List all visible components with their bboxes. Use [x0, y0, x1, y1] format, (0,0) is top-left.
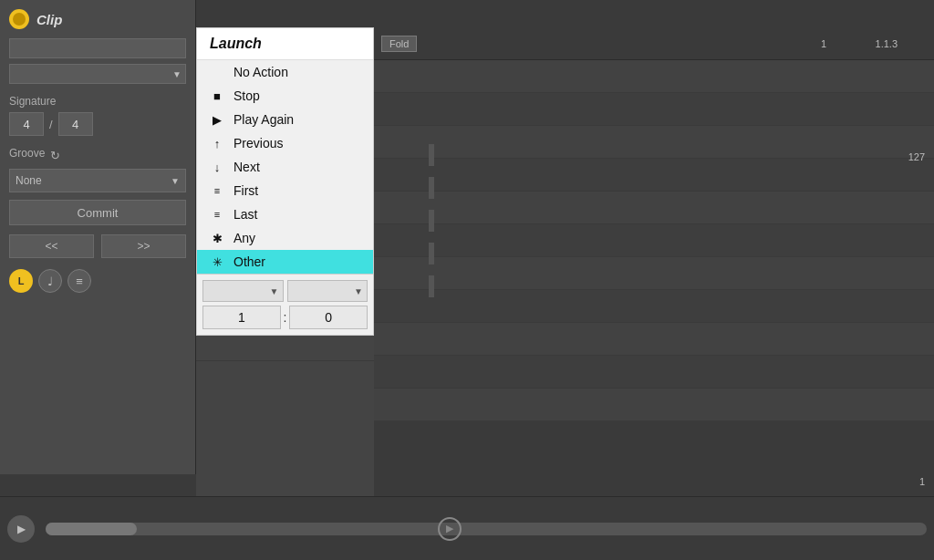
menu-label-no-action: No Action [234, 65, 288, 79]
menu-item-stop[interactable]: ■ Stop [197, 84, 373, 108]
commit-button[interactable]: Commit [9, 200, 186, 225]
note-col-3 [429, 210, 434, 232]
num-box-left[interactable]: 1 [202, 306, 281, 329]
launch-menu: Launch No Action ■ Stop ▶ Play Again ↑ P… [196, 27, 374, 336]
grid-row-8 [374, 323, 934, 356]
menu-label-play-again: Play Again [234, 112, 294, 127]
menu-item-other[interactable]: ✳ Other [197, 250, 373, 274]
menu-label-other: Other [234, 254, 265, 269]
envelope-icon-button[interactable]: ≡ [67, 269, 91, 293]
menu-label-next: Next [234, 160, 260, 174]
note-icon-button[interactable]: ♩ [38, 269, 62, 293]
num-box-right[interactable]: 0 [289, 306, 368, 329]
other-icon: ✳ [210, 255, 224, 269]
groove-section: Groove ↻ None ▼ Commit [9, 147, 186, 225]
menu-bottom-dropdowns: ▼ ▼ [202, 280, 368, 302]
groove-label: Groove [9, 147, 45, 160]
any-icon: ✱ [210, 232, 224, 245]
bottom-bar: ▶ ▶ [0, 496, 934, 560]
l-icon-button[interactable]: L [9, 269, 33, 293]
menu-label-last: Last [234, 207, 257, 222]
clip-color-dropdown[interactable]: ▼ [9, 64, 186, 84]
menu-label-previous: Previous [234, 136, 283, 150]
mini-dropdown-right[interactable]: ▼ [287, 280, 368, 302]
grid-row-3 [374, 159, 934, 192]
grid-row-0 [374, 60, 934, 93]
signature-label: Signature [9, 95, 186, 108]
play-again-icon: ▶ [210, 113, 224, 127]
groove-value: None [16, 174, 42, 187]
menu-label-first: First [234, 183, 258, 198]
bottom-play-button[interactable]: ▶ [7, 515, 35, 543]
grid-row-6 [374, 257, 934, 290]
menu-item-first[interactable]: ≡ First [197, 179, 373, 202]
mini-arrow-left-icon: ▼ [270, 286, 279, 296]
number-row: 1 : 0 [202, 306, 368, 329]
note-col-1 [429, 144, 434, 166]
signature-section: Signature 4 / 4 [9, 95, 186, 136]
groove-dropdown-arrow-icon: ▼ [171, 176, 180, 186]
bottom-icons: L ♩ ≡ [9, 269, 186, 293]
nav-row: << >> [9, 234, 186, 258]
grid-rows: 127 1 [374, 60, 934, 496]
menu-item-next[interactable]: ↓ Next [197, 155, 373, 179]
last-icon: ≡ [210, 209, 224, 220]
next-icon: ↓ [210, 161, 224, 174]
grid-row-9 [374, 356, 934, 389]
fold-label: Fold [381, 36, 417, 52]
menu-label-stop: Stop [234, 88, 260, 103]
scrollbar-track[interactable] [46, 523, 927, 535]
launch-menu-header: Launch [197, 28, 373, 60]
panel-header: Clip [9, 9, 186, 29]
ruler-marker-2: 1.1.3 [876, 38, 898, 49]
dropdown-arrow-icon: ▼ [172, 69, 182, 79]
grid-area: 127 1 [374, 60, 934, 496]
grid-row-2 [374, 126, 934, 159]
grid-row-5 [374, 224, 934, 257]
menu-bottom: ▼ ▼ 1 : 0 [197, 274, 373, 335]
timeline-header: Fold 1 1.1.3 [374, 27, 934, 60]
fold-button[interactable]: Fold [381, 36, 417, 52]
colon-separator: : [281, 310, 290, 325]
signature-numerator[interactable]: 4 [9, 112, 44, 136]
menu-item-play-again[interactable]: ▶ Play Again [197, 108, 373, 131]
clip-name-input[interactable] [9, 38, 186, 58]
next-nav-button[interactable]: >> [101, 234, 186, 258]
grid-row-10 [374, 389, 934, 421]
refresh-icon[interactable]: ↻ [50, 149, 60, 162]
clip-indicator[interactable] [9, 9, 29, 29]
grid-row-7 [374, 290, 934, 323]
scrollbar-thumb [46, 523, 137, 535]
grid-play-button[interactable]: ▶ [438, 517, 462, 541]
note-col-2 [429, 177, 434, 199]
menu-item-no-action[interactable]: No Action [197, 60, 373, 84]
prev-nav-button[interactable]: << [9, 234, 94, 258]
signature-denominator[interactable]: 4 [58, 112, 93, 136]
first-icon: ≡ [210, 185, 224, 196]
panel-title: Clip [36, 12, 62, 27]
previous-icon: ↑ [210, 137, 224, 150]
grid-row-4 [374, 192, 934, 224]
mini-arrow-right-icon: ▼ [354, 286, 363, 296]
menu-label-any: Any [234, 231, 255, 245]
groove-header: Groove ↻ [9, 147, 186, 164]
signature-slash: / [49, 118, 53, 131]
menu-item-last[interactable]: ≡ Last [197, 202, 373, 226]
groove-dropdown[interactable]: None ▼ [9, 169, 186, 192]
mini-dropdown-left[interactable]: ▼ [202, 280, 284, 302]
menu-item-previous[interactable]: ↑ Previous [197, 131, 373, 155]
stop-icon: ■ [210, 89, 224, 103]
menu-item-any[interactable]: ✱ Any [197, 226, 373, 250]
left-panel: Clip ▼ Signature 4 / 4 Groove ↻ None ▼ C… [0, 0, 196, 474]
value-127: 127 [908, 151, 925, 162]
grid-row-1 [374, 93, 934, 126]
note-col-5 [429, 275, 434, 297]
signature-row: 4 / 4 [9, 112, 186, 136]
note-col-4 [429, 243, 434, 264]
value-1: 1 [919, 476, 925, 487]
ruler-marker-1: 1 [821, 38, 826, 49]
clip-indicator-inner [13, 13, 26, 26]
